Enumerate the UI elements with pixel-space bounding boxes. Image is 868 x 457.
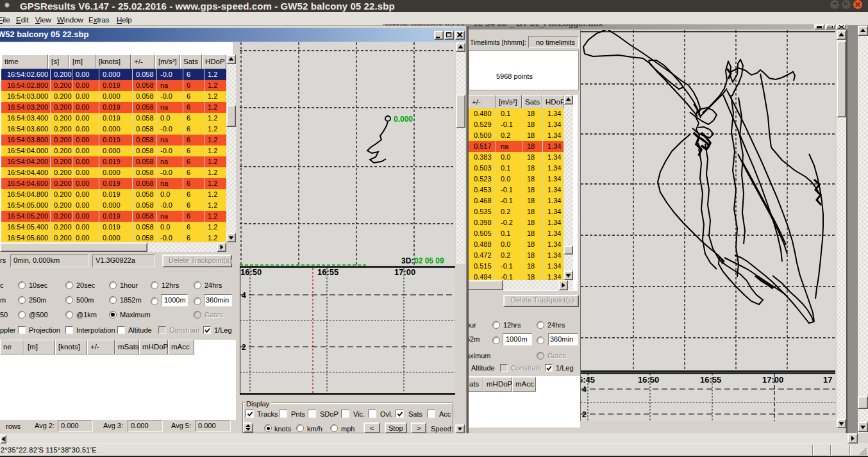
svg-text:17:00: 17:00 <box>762 375 783 385</box>
svg-text:16:50: 16:50 <box>638 375 659 385</box>
svg-text:17: 17 <box>823 375 832 385</box>
svg-text:17:00: 17:00 <box>394 267 415 277</box>
svg-text:4: 4 <box>582 385 587 394</box>
svg-text:4: 4 <box>242 291 246 300</box>
svg-text:16:55: 16:55 <box>700 375 721 385</box>
svg-text:2: 2 <box>242 343 246 352</box>
svg-text:0.000: 0.000 <box>394 115 413 124</box>
svg-text:2: 2 <box>582 410 587 419</box>
svg-text:6:45: 6:45 <box>581 375 595 385</box>
svg-text:16:55: 16:55 <box>317 267 338 277</box>
svg-text:16:50: 16:50 <box>240 267 262 277</box>
